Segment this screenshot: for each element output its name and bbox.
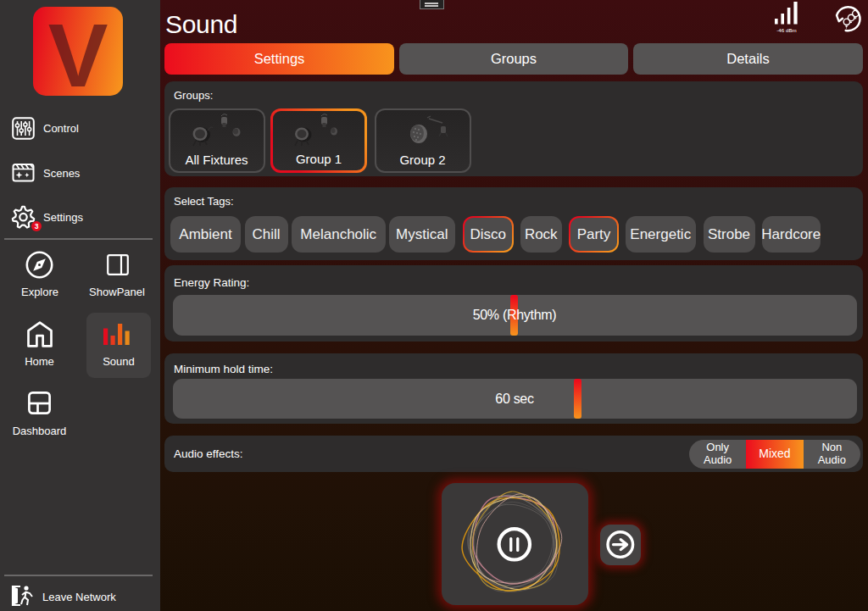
svg-text:-46 dBm: -46 dBm bbox=[776, 27, 796, 33]
